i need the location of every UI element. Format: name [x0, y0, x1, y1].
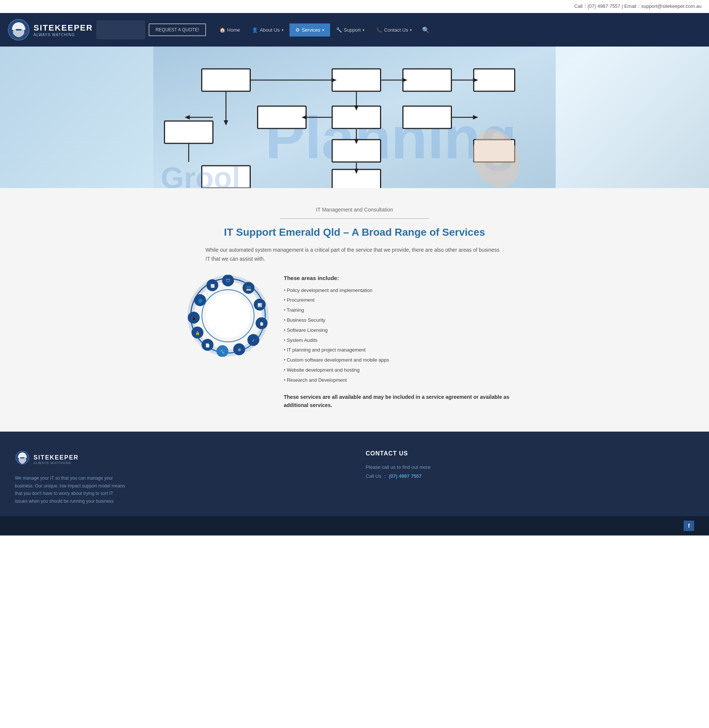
- services-chevron-icon: ▾: [322, 28, 324, 32]
- contact-info: Call：(07) 4987 7557 | Email：support@site…: [574, 3, 702, 9]
- svg-text:📋: 📋: [259, 321, 264, 326]
- content-row: 🛡 💻 📊 📋 ✓ ⚙ 🔧: [187, 275, 522, 410]
- svg-text:📈: 📈: [210, 284, 215, 288]
- svg-rect-7: [474, 69, 515, 91]
- header: SITEKEEPER ALWAYS WATCHING REQUEST A QUO…: [0, 13, 709, 47]
- logo-text: SITEKEEPER ALWAYS WATCHING: [34, 23, 93, 37]
- top-bar: Call：(07) 4987 7557 | Email：support@site…: [0, 0, 709, 13]
- svg-rect-4: [202, 69, 250, 91]
- nav-link-support[interactable]: 🔧 Support ▾: [330, 23, 371, 36]
- list-item: Training: [284, 305, 522, 315]
- services-icon: ⚙: [295, 27, 300, 33]
- nav-list: 🏠 Home 👤 About Us ▾ ⚙ Services ▾: [213, 23, 434, 37]
- hero-section: Planning: [0, 47, 709, 188]
- services-list-block: These areas include: Policy development …: [284, 275, 522, 410]
- nav-link-services[interactable]: ⚙ Services ▾: [289, 23, 330, 36]
- about-icon: 👤: [252, 27, 258, 33]
- list-item: System Audits: [284, 336, 522, 346]
- conclusion-text: These services are all available and may…: [284, 393, 522, 410]
- nav-link-about[interactable]: 👤 About Us ▾: [246, 23, 289, 36]
- contact-icon: 📞: [376, 27, 382, 33]
- logo-area: SITEKEEPER ALWAYS WATCHING: [7, 19, 93, 41]
- svg-text:💻: 💻: [246, 285, 251, 291]
- footer-please-call: Please call us to find out more: [366, 464, 694, 470]
- svg-rect-10: [403, 106, 452, 128]
- svg-text:🔒: 🔒: [195, 331, 200, 336]
- svg-point-42: [206, 293, 250, 338]
- svg-rect-13: [165, 121, 213, 143]
- footer: SITEKEEPER ALWAYS WATCHING We manage you…: [0, 432, 709, 516]
- intro-paragraph: While our automated system management is…: [206, 246, 504, 264]
- nav-link-home[interactable]: 🏠 Home: [213, 23, 246, 36]
- search-button[interactable]: 🔍: [418, 23, 434, 37]
- footer-bottom: f: [0, 516, 709, 535]
- services-circle-diagram: 🛡 💻 📊 📋 ✓ ⚙ 🔧: [187, 275, 269, 357]
- svg-rect-68: [20, 457, 25, 458]
- svg-text:📊: 📊: [257, 303, 262, 308]
- list-item: IT planning and project management: [284, 345, 522, 355]
- footer-tagline: ALWAYS WATCHING: [34, 461, 79, 465]
- footer-site-name: SITEKEEPER: [34, 454, 79, 461]
- footer-logo: SITEKEEPER ALWAYS WATCHING: [15, 450, 344, 469]
- tagline: ALWAYS WATCHING: [34, 33, 93, 37]
- svg-text:🌐: 🌐: [198, 299, 202, 303]
- home-icon: 🏠: [219, 27, 225, 33]
- list-item: Custom software development and mobile a…: [284, 355, 522, 365]
- nav-item-services[interactable]: ⚙ Services ▾: [289, 23, 330, 36]
- services-list: Policy development and implementation Pr…: [284, 286, 522, 385]
- footer-contact-section: CONTACT US Please call us to find out mo…: [366, 450, 694, 483]
- main-content: IT Management and Consultation IT Suppor…: [0, 188, 709, 432]
- areas-heading: These areas include:: [284, 275, 522, 281]
- nav-banner: [96, 20, 145, 39]
- support-icon: 🔧: [336, 27, 342, 33]
- footer-phone-link[interactable]: (07) 4987 7557: [389, 473, 422, 479]
- svg-text:✓: ✓: [252, 338, 255, 343]
- call-label: Call Us ：: [366, 473, 388, 479]
- footer-logo-text: SITEKEEPER ALWAYS WATCHING: [34, 454, 79, 465]
- list-item: Website development and hosting: [284, 365, 522, 375]
- svg-rect-8: [258, 106, 306, 128]
- svg-text:⚙: ⚙: [237, 348, 241, 352]
- svg-text:🔧: 🔧: [220, 349, 225, 354]
- footer-phone-number: (07) 4987 7557: [389, 473, 422, 479]
- list-item: Research and Development: [284, 375, 522, 385]
- svg-text:🛡: 🛡: [226, 278, 230, 283]
- circle-diagram-container: 🛡 💻 📊 📋 ✓ ⚙ 🔧: [187, 275, 269, 358]
- nav-item-home[interactable]: 🏠 Home: [213, 23, 246, 36]
- list-item: Business Security: [284, 315, 522, 325]
- nav-item-search[interactable]: 🔍: [418, 23, 434, 37]
- svg-text:📱: 📱: [192, 316, 196, 321]
- svg-rect-1: [16, 29, 22, 31]
- nav-item-contact[interactable]: 📞 Contact Us ▾: [370, 23, 418, 36]
- footer-logo-section: SITEKEEPER ALWAYS WATCHING We manage you…: [15, 450, 344, 505]
- list-item: Policy development and implementation: [284, 286, 522, 296]
- footer-phone-line: Call Us ： (07) 4987 7557: [366, 473, 694, 480]
- sitekeeper-logo-icon: [7, 19, 30, 41]
- svg-text:Grool: Grool: [161, 161, 240, 188]
- list-item: Software Licensing: [284, 325, 522, 336]
- section-label: IT Management and Consultation: [280, 207, 429, 219]
- support-chevron-icon: ▾: [363, 28, 364, 32]
- footer-logo-icon: [15, 450, 30, 469]
- footer-description: We manage your IT so that you can manage…: [15, 474, 127, 505]
- main-heading: IT Support Emerald Qld – A Broad Range o…: [7, 226, 702, 238]
- svg-rect-5: [332, 69, 381, 91]
- about-chevron-icon: ▾: [282, 28, 284, 32]
- nav-link-contact[interactable]: 📞 Contact Us ▾: [370, 23, 418, 36]
- main-navigation: 🏠 Home 👤 About Us ▾ ⚙ Services ▾: [213, 23, 434, 37]
- svg-text:📄: 📄: [205, 343, 210, 348]
- svg-rect-6: [403, 69, 452, 91]
- nav-item-support[interactable]: 🔧 Support ▾: [330, 23, 371, 36]
- site-name: SITEKEEPER: [34, 23, 93, 33]
- list-item: Procurement: [284, 295, 522, 305]
- request-quote-button[interactable]: REQUEST A QUOTE!: [149, 23, 206, 36]
- nav-item-about[interactable]: 👤 About Us ▾: [246, 23, 289, 36]
- contact-us-heading: CONTACT US: [366, 450, 694, 457]
- contact-chevron-icon: ▾: [410, 28, 412, 32]
- hero-flowchart: Planning: [0, 47, 709, 188]
- facebook-icon[interactable]: f: [684, 521, 694, 531]
